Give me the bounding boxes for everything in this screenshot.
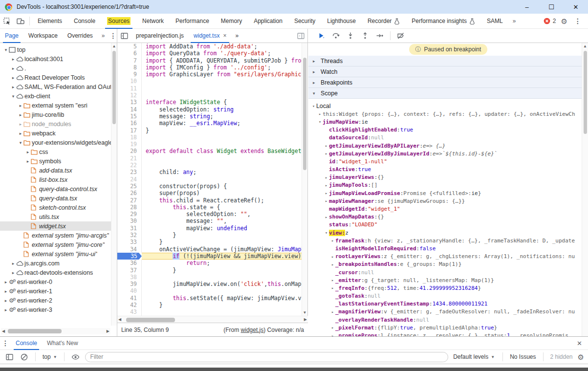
code-line[interactable]: 5import AddData from './add-data'; bbox=[117, 43, 302, 50]
code-line[interactable]: 42 } bbox=[117, 302, 302, 308]
settings-gear-icon[interactable]: ⚙ bbox=[561, 18, 567, 25]
scope-row-isheightmodelinforequired[interactable]: isHeightModelInfoRequired: false bbox=[308, 244, 588, 252]
scope-row-jimumapviewloadpromise[interactable]: ▸jimuMapViewLoadPromise: Promise {<fulfi… bbox=[308, 189, 588, 197]
tree-item-node-modules[interactable]: ▸node_modules bbox=[0, 119, 111, 129]
collapsed-arrow-icon[interactable]: ▸ bbox=[10, 85, 16, 89]
collapsed-arrow-icon[interactable]: ▸ bbox=[324, 215, 329, 219]
tree-item-sketch-control-tsx[interactable]: sketch-control.tsx bbox=[0, 203, 111, 212]
line-number[interactable]: 28 bbox=[117, 204, 142, 211]
tab-recorder[interactable]: Recorder bbox=[362, 14, 406, 29]
expanded-arrow-icon[interactable]: ▾ bbox=[317, 119, 323, 124]
collapsed-arrow-icon[interactable]: ▸ bbox=[324, 191, 329, 196]
code-line[interactable]: 17} bbox=[117, 127, 302, 134]
line-number[interactable]: 10 bbox=[117, 78, 142, 85]
code-line[interactable]: 43 bbox=[117, 308, 302, 315]
hidden-messages-count[interactable]: 2 hidden bbox=[550, 353, 573, 360]
tree-item-esri-worker-0[interactable]: ▸⚙⚙esri-worker-0 bbox=[0, 277, 111, 286]
context-selector[interactable]: top ▼ bbox=[42, 353, 58, 360]
code-line[interactable]: 16 mapView: __esri.MapView; bbox=[117, 120, 302, 127]
line-number[interactable]: 5 bbox=[117, 43, 142, 50]
code-line[interactable]: 31 mapView: undefined bbox=[117, 225, 302, 232]
code-line[interactable]: 22 bbox=[117, 162, 302, 169]
line-number[interactable]: 36 bbox=[117, 260, 142, 266]
filter-input[interactable] bbox=[85, 352, 449, 362]
expanded-arrow-icon[interactable]: ▾ bbox=[10, 94, 16, 99]
line-number[interactable]: 43 bbox=[117, 308, 142, 315]
drawer-tab-whats-new[interactable]: What's New bbox=[42, 337, 83, 350]
tree-item-webpack[interactable]: ▸webpack bbox=[0, 129, 111, 138]
debugger-vertical-scrollbar[interactable]: ▲ bbox=[582, 43, 588, 336]
collapsed-arrow-icon[interactable]: ▸ bbox=[324, 175, 329, 180]
collapsed-arrow-icon[interactable]: ▸ bbox=[330, 238, 335, 243]
tree-item-utils-tsx[interactable]: utils.tsx bbox=[0, 212, 111, 221]
collapsed-arrow-icon[interactable]: ▸ bbox=[3, 280, 9, 284]
tree-item-symbols[interactable]: ▸symbols bbox=[0, 156, 111, 166]
line-number[interactable]: 24 bbox=[117, 176, 142, 183]
console-settings-gear-icon[interactable]: ⚙ bbox=[578, 353, 584, 361]
line-number[interactable]: 41 bbox=[117, 295, 142, 302]
code-line[interactable]: 38 bbox=[117, 274, 302, 281]
tree-item-[interactable]: ▸. bbox=[0, 64, 111, 73]
editor-horizontal-scrollbar[interactable]: ◀ ▶ bbox=[117, 316, 308, 323]
eye-icon[interactable] bbox=[70, 351, 81, 362]
tree-item-esri-worker-3[interactable]: ▸⚙⚙esri-worker-3 bbox=[0, 305, 111, 314]
scope-row-_breakpointshandles[interactable]: ▸_breakpointsHandles: e {_groups: Map(1)… bbox=[308, 261, 588, 268]
collapsed-arrow-icon[interactable]: ▸ bbox=[18, 103, 23, 108]
code-line[interactable]: 29 selectedOption: "", bbox=[117, 211, 302, 218]
collapsed-arrow-icon[interactable]: ▸ bbox=[10, 66, 16, 71]
scope-row-status[interactable]: status: "LOADED" bbox=[308, 221, 588, 229]
console-sidebar-icon[interactable] bbox=[4, 351, 15, 362]
collapsed-arrow-icon[interactable]: ▸ bbox=[3, 289, 9, 294]
code-line[interactable]: 25 constructor(props) { bbox=[117, 183, 302, 190]
step-out-icon[interactable] bbox=[359, 29, 371, 42]
tree-item-top[interactable]: ▾top bbox=[0, 45, 111, 54]
collapse-sidebar-icon[interactable] bbox=[117, 29, 131, 42]
code-line[interactable]: 12 bbox=[117, 92, 302, 99]
code-line[interactable]: 23 child: any; bbox=[117, 169, 302, 175]
tab-performance-insights[interactable]: Performance insights bbox=[406, 14, 481, 29]
tree-item-your-extensions-widgets-eagle[interactable]: ▾your-extensions/widgets/eagle bbox=[0, 138, 111, 147]
tree-item-external-system-jimu-arcgis[interactable]: external system "jimu-arcgis" bbox=[0, 231, 111, 240]
collapsed-arrow-icon[interactable]: ▸ bbox=[18, 112, 23, 117]
tree-item-query-data-tsx[interactable]: query-data.tsx bbox=[0, 194, 111, 203]
collapsed-arrow-icon[interactable]: ▸ bbox=[330, 309, 335, 314]
code-line[interactable]: 6import QueryData from './query-data'; bbox=[117, 50, 302, 57]
section-breakpoints[interactable]: ▸Breakpoints bbox=[308, 77, 588, 88]
line-number[interactable]: 39 bbox=[117, 281, 142, 287]
line-number[interactable]: 16 bbox=[117, 120, 142, 127]
tree-item-react-developer-tools[interactable]: ▸React Developer Tools bbox=[0, 73, 111, 82]
line-number[interactable]: 9 bbox=[117, 71, 142, 78]
device-toolbar-icon[interactable] bbox=[14, 15, 27, 27]
scope-row-_promiseprops[interactable]: ▸_promiseProps: l {instance: z, _resolve… bbox=[308, 331, 588, 336]
line-number[interactable]: 34 bbox=[117, 246, 142, 253]
tree-item-css[interactable]: ▸css bbox=[0, 147, 111, 156]
line-number[interactable]: 12 bbox=[117, 92, 142, 99]
more-tabs-chevron[interactable]: » bbox=[509, 18, 519, 24]
line-number[interactable]: 21 bbox=[117, 155, 142, 162]
line-number[interactable]: 19 bbox=[117, 141, 142, 148]
scope-row-frametask[interactable]: ▸frameTask: h {view: z, _stationaryHandl… bbox=[308, 237, 588, 244]
scope-row-_emitter[interactable]: ▸_emitter: g {_target: null, _listenersM… bbox=[308, 276, 588, 284]
expanded-arrow-icon[interactable]: ▾ bbox=[18, 140, 23, 145]
drawer-menu-icon[interactable]: ⋮ bbox=[0, 339, 11, 347]
line-number[interactable]: 6 bbox=[117, 50, 142, 57]
tree-vertical-scrollbar[interactable]: ▲ bbox=[111, 43, 117, 326]
line-number[interactable]: 32 bbox=[117, 232, 142, 239]
deactivate-breakpoints-icon[interactable] bbox=[394, 29, 407, 42]
code-line[interactable]: 15 message: string; bbox=[117, 113, 302, 120]
tree-item-query-data-control-tsx[interactable]: query-data-control.tsx bbox=[0, 184, 111, 194]
code-line[interactable]: 8import { IMConfig } from '../config'; bbox=[117, 64, 302, 71]
scope-row-view[interactable]: ▾view: z bbox=[308, 229, 588, 237]
sidebar-more-chevron[interactable]: » bbox=[98, 32, 108, 39]
tree-item-widget-tsx[interactable]: widget.tsx bbox=[0, 221, 111, 231]
code-line[interactable]: 19 bbox=[117, 141, 302, 148]
inspect-element-icon[interactable] bbox=[0, 15, 14, 27]
scope-row-showonmapdatas[interactable]: ▸showOnMapDatas: {} bbox=[308, 213, 588, 221]
scope-row-mapviewmanager[interactable]: ▸mapViewManager: se {jimuMapViewGroups: … bbox=[308, 197, 588, 205]
source-map-link[interactable]: widget.js bbox=[241, 327, 264, 333]
code-view[interactable]: 5import AddData from './add-data';6impor… bbox=[117, 43, 302, 316]
code-line[interactable]: 20export default class Widget extends Ba… bbox=[117, 148, 302, 154]
code-line[interactable]: 40 bbox=[117, 287, 302, 294]
expanded-arrow-icon[interactable]: ▾ bbox=[324, 230, 329, 235]
editor-tab-prepareinjection[interactable]: prepareInjection.js bbox=[131, 29, 189, 43]
